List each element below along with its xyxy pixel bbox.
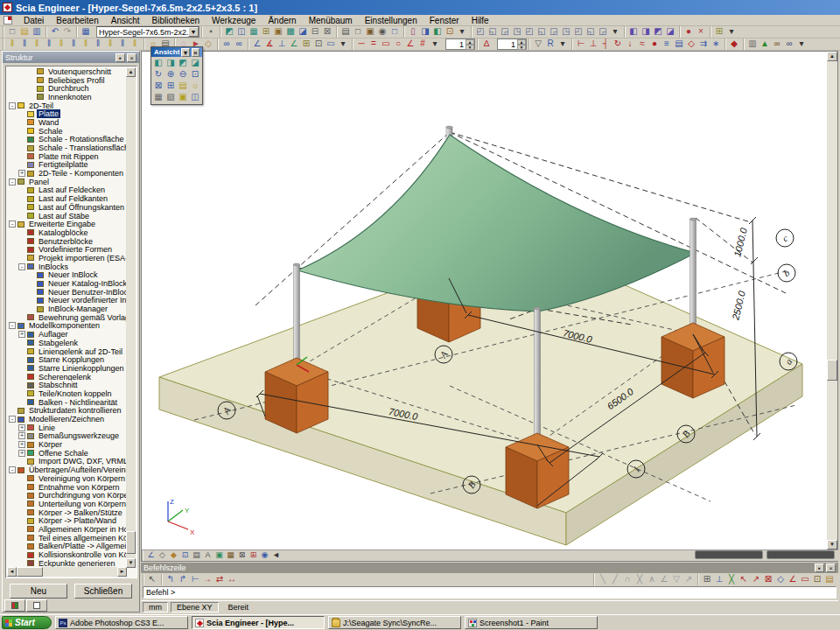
raster-icon[interactable]: # [416,38,429,50]
snap-midpoint-icon[interactable]: ◇ [774,574,787,585]
rename-icon[interactable]: R [544,38,556,50]
open-project-icon[interactable]: ▤ [18,26,31,38]
save-icon[interactable]: ▥ [31,26,43,38]
zoom-in-icon[interactable]: ⊕ [164,69,177,80]
select-pointer-icon[interactable]: ↖ [146,574,158,585]
scale-spinner[interactable]: 1▲▼ [445,38,475,50]
dot-grid-icon[interactable]: ⊡ [312,38,325,50]
zoom-window-icon[interactable]: ⊡ [189,69,201,80]
fixed-support-icon[interactable]: ⊥ [587,38,599,50]
tree-item-modellkomponenten[interactable]: -Modellkomponenten [7,322,127,331]
dropdown-caret-icon[interactable]: ▾ [337,38,349,50]
snap-tri-icon[interactable]: ▽ [670,574,682,585]
tree-horizontal-scrollbar[interactable]: ◄ ► [7,567,127,577]
scale-down-icon[interactable]: ▽ [532,38,544,50]
edit-view-icon[interactable]: ▤ [177,80,189,92]
snap-perp-icon[interactable]: ∠ [787,574,799,585]
dropdown-caret-icon[interactable]: ▾ [456,26,468,38]
menu-item-einstellungen[interactable]: Einstellungen [359,15,424,26]
menu-item-hilfe[interactable]: Hilfe [466,15,495,26]
activity-4-icon[interactable]: ‖ [43,38,55,50]
layout-7-icon[interactable]: ◲ [548,26,560,38]
print-icon[interactable]: ▤ [340,26,352,38]
viewport-vscroll-thumb[interactable] [827,360,837,381]
tree-item-bertragen-aufteilen-vereinigen[interactable]: -Übertragen/Aufteilen/Vereinigen [7,466,127,474]
tree-item-innenknoten[interactable]: Innenknoten [7,93,127,102]
render-icon[interactable]: ▣ [214,550,225,561]
tree-item-teil-eines-allgemeinen-k-rpers-zu[interactable]: Teil eines allgemeinen Körpers zu [7,534,127,542]
collapse-icon[interactable]: - [9,178,16,186]
volumes-icon[interactable]: ▦ [225,550,236,561]
tree-item-offene-schale[interactable]: +Offene Schale [7,449,127,458]
wind-load-icon[interactable]: ⇉ [697,38,710,50]
layout-11-icon[interactable]: ◲ [597,26,609,38]
dropdown-caret-icon[interactable]: ▾ [725,26,738,38]
copy-view-icon[interactable]: ▧ [164,92,177,103]
project-window-icon[interactable]: ▦ [80,26,92,38]
tree-item-schale-translationsfl-che[interactable]: Schale - Translationsfläche [7,144,127,152]
menu-item-bibliotheken[interactable]: Bibliotheken [146,15,206,26]
hscrollbar-thumb[interactable] [766,550,835,559]
command-input[interactable]: Befehl > [143,586,836,598]
activity-9-icon[interactable]: ‖ [104,38,116,50]
tree-item-bewehrung-gem-vorlage[interactable]: Bewehrung gemäß Vorlage [7,313,127,322]
tree-item-unterteilung-von-k-rpern[interactable]: Unterteilung von Körpern [7,500,127,508]
tree-item-starre-kopplungen[interactable]: Starre Kopplungen [7,355,127,364]
angle-icon[interactable]: ∠ [404,38,416,50]
snap-ortho-icon[interactable]: ⊥ [713,574,725,585]
tree-item-stabgelenk[interactable]: Stabgelenk [7,339,127,347]
sail-membrane[interactable] [298,135,696,312]
view-axo-icon[interactable]: ◪ [189,58,201,69]
copy-doc-icon[interactable]: ◪ [297,26,309,38]
activity-6-icon[interactable]: ‖ [67,38,80,50]
line-load-icon[interactable]: ≡ [661,38,673,50]
font-icon[interactable]: A [202,550,214,561]
tree-item-schale-rotationsfl-che[interactable]: Schale - Rotationsfläche [7,136,127,144]
dropdown-caret-icon[interactable]: ▾ [609,26,621,38]
gallery-icon[interactable]: ▣ [272,26,284,38]
taskbar-task-folder[interactable]: J:\Seagate Sync\SyncRe... [328,616,461,629]
tree-item-2d-teile-komponenten[interactable]: +2D-Teile - Komponenten [7,169,127,178]
activity-5-icon[interactable]: ‖ [55,38,67,50]
page-layout-icon[interactable]: ⊠ [321,26,333,38]
menu-item-datei[interactable]: Datei [18,15,50,26]
tree-item-neuer-benutzer-inblock[interactable]: Neuer Benutzer-InBlock [7,288,127,297]
neu-button[interactable]: Neu [10,584,67,598]
scroll-down-icon[interactable]: ▼ [827,540,837,550]
ansicht-caption[interactable]: Ansicht ▾ × [151,47,202,57]
tree-item-schale[interactable]: Schale [7,127,127,136]
cmd-swap-icon[interactable]: ⇄ [214,574,226,585]
tree-item-allgemeinen-k-rper-in-hohlk-rper[interactable]: Allgemeinen Körper in Hohlkörper [7,525,127,534]
undo-icon[interactable]: ↶ [49,26,61,38]
document-icon[interactable] [4,16,12,24]
paste-picture-icon[interactable]: ◧ [431,26,444,38]
snap-endpoint-icon[interactable]: ↖ [738,574,750,585]
activity-11-icon[interactable]: ‖ [129,38,141,50]
menu-item-fenster[interactable]: Fenster [424,15,466,26]
export-picture-icon[interactable]: ▣ [364,26,376,38]
tree-item-k-rper[interactable]: +Körper [7,440,127,449]
clipboard-icon[interactable]: ▯ [407,26,419,38]
snap-line-icon[interactable]: ╲ [597,574,609,585]
grid-snap-icon[interactable]: ⊞ [300,38,312,50]
layout-3-icon[interactable]: ◲ [499,26,511,38]
clip-box-icon[interactable]: ▣ [177,92,189,103]
chevron-down-icon[interactable]: ▼ [188,27,199,37]
calc-table-icon[interactable]: ⊞ [260,26,272,38]
combo-options-icon[interactable]: ▪ [205,26,217,38]
ucs-z-icon[interactable]: ⊥ [276,38,288,50]
collapse-icon[interactable]: - [18,263,25,270]
tree-item-panel[interactable]: -Panel [7,178,127,186]
copy-picture-icon[interactable]: ◨ [419,26,431,38]
wireframe-icon[interactable]: ◇ [157,550,168,561]
chart-icon[interactable]: ▲ [759,38,771,50]
expand-icon[interactable]: + [18,432,25,439]
tree-item-wand[interactable]: Wand [7,118,127,127]
tab-eigenschaften[interactable] [26,599,47,612]
rectangle-icon[interactable]: ▭ [380,38,392,50]
surface-load-icon[interactable]: ▤ [673,38,685,50]
tree-item-platte[interactable]: Platte [7,109,127,118]
line-icon[interactable]: ─ [355,38,368,50]
menu-item-ndern[interactable]: Ändern [262,15,302,26]
tree-item-balken-platte-allgemeiner-k-r[interactable]: Balken/Platte -> Allgemeiner Kör [7,542,127,551]
